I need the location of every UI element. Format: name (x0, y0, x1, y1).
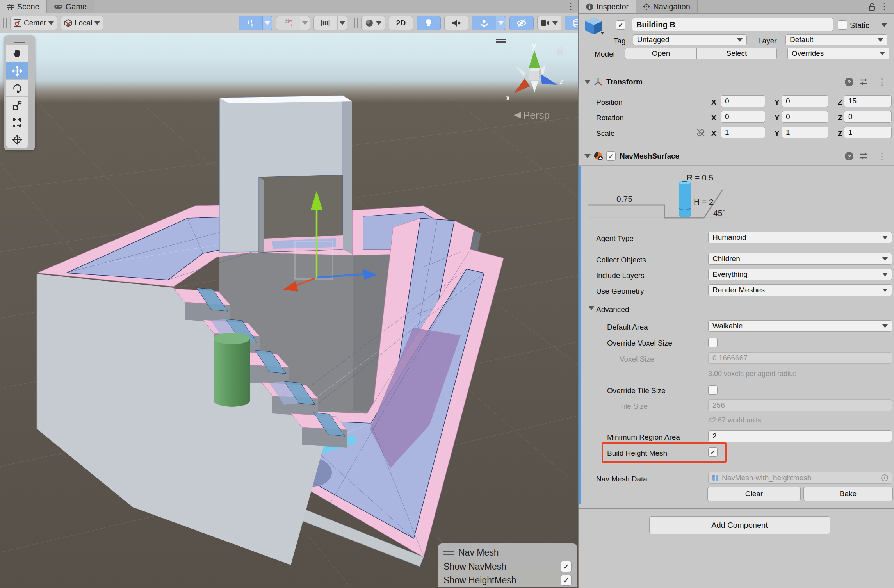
palette-drag-handle[interactable] (6, 37, 33, 44)
min-region-field[interactable]: 2 (708, 430, 892, 442)
tag-dropdown[interactable]: Untagged (633, 34, 747, 45)
agent-diagram: R = 0.5 0.75 H = 2 45° (579, 164, 894, 230)
scale-tool-button[interactable] (6, 97, 28, 114)
tab-scene[interactable]: Scene (0, 0, 47, 13)
rotation-x-field[interactable]: 0 (721, 111, 765, 123)
effects-button[interactable] (472, 16, 496, 30)
agent-type-dropdown[interactable]: Humanoid (708, 232, 892, 243)
transform-header[interactable]: Transform ? ⋮ (579, 73, 894, 91)
inspector-panel: Inspector Navigation ⋮ ✓ Building B Stat… (578, 0, 894, 588)
use-geometry-dropdown[interactable]: Render Meshes (708, 284, 892, 296)
toolbar-drag-handle[interactable] (3, 18, 7, 28)
snap-button[interactable] (276, 16, 300, 30)
default-area-dropdown[interactable]: Walkable (708, 320, 892, 332)
presets-icon[interactable] (860, 78, 868, 86)
nav-mesh-data-field[interactable]: NavMesh-with_heightmesh (708, 472, 892, 484)
hand-icon (12, 49, 22, 59)
toolbar-drag-handle-3[interactable] (354, 18, 358, 28)
help-icon[interactable]: ? (845, 78, 853, 86)
persp-label[interactable]: Persp (523, 109, 550, 121)
2d-label: 2D (396, 19, 406, 27)
rotation-y-field[interactable]: 0 (782, 111, 828, 123)
measure-button[interactable] (313, 16, 338, 30)
tab-inspector[interactable]: Inspector (579, 0, 636, 13)
toolbar-drag-handle-2[interactable] (232, 18, 235, 28)
rotate-tool-button[interactable] (6, 80, 28, 97)
grid-visibility-button[interactable]: Y (239, 16, 263, 30)
tab-navigation[interactable]: Navigation (636, 0, 698, 13)
scene-viewport[interactable]: y x z Persp (0, 33, 578, 588)
scale-x-axis: X (711, 129, 716, 138)
scale-y-field[interactable]: 1 (782, 127, 828, 138)
unity-editor-window: { "scene": { "tabs": {"scene": "Scene", … (0, 0, 894, 588)
snap-dropdown[interactable] (300, 16, 310, 30)
navmesh-enabled-checkbox[interactable]: ✓ (606, 151, 616, 161)
show-heightmesh-label: Show HeightMesh (443, 575, 516, 586)
layer-dropdown[interactable]: Default (785, 34, 887, 45)
navmesh-help-icon[interactable]: ? (845, 152, 853, 160)
pivot-mode-button[interactable]: Center (10, 16, 57, 30)
gameobject-name-field[interactable]: Building B (632, 18, 833, 31)
link-broken-icon[interactable] (696, 128, 705, 137)
transform-foldout-icon[interactable] (584, 80, 591, 84)
static-caret-icon[interactable] (882, 23, 887, 27)
camera-button[interactable] (537, 16, 561, 30)
model-select-button[interactable]: Select (696, 48, 777, 59)
static-checkbox[interactable] (838, 20, 847, 30)
position-y-field[interactable]: 0 (782, 95, 828, 107)
move-icon (12, 66, 23, 77)
transform-kebab-icon[interactable]: ⋮ (874, 76, 889, 88)
build-height-mesh-highlight (602, 442, 727, 463)
rotation-label: Rotation (596, 114, 624, 122)
position-x-field[interactable]: 0 (721, 95, 765, 107)
scale-z-field[interactable]: 1 (844, 127, 892, 138)
navmesh-presets-icon[interactable] (860, 153, 868, 160)
audio-toggle-button[interactable] (444, 16, 468, 30)
visibility-toggle-button[interactable] (509, 16, 534, 30)
navmeshsurface-header[interactable]: ✓ NavMeshSurface ? ⋮ (579, 147, 894, 166)
measure-dropdown[interactable] (338, 16, 347, 30)
scene-menu-kebab[interactable]: ⋮ (563, 1, 578, 12)
draw-mode-button[interactable] (361, 16, 385, 30)
overrides-dropdown[interactable]: Overrides (787, 48, 889, 59)
prefab-cube-icon (584, 16, 604, 37)
navmesh-kebab-icon[interactable]: ⋮ (874, 150, 889, 162)
advanced-foldout-icon[interactable] (588, 306, 595, 310)
move-tool-button[interactable] (6, 62, 28, 80)
navmesh-foldout-icon[interactable] (584, 154, 591, 158)
overlay-drag-handle[interactable] (443, 551, 454, 555)
advanced-label[interactable]: Advanced (596, 305, 629, 314)
transform-tool-button[interactable] (6, 131, 28, 148)
2d-toggle-button[interactable]: 2D (389, 16, 413, 30)
model-open-button[interactable]: Open (625, 48, 697, 59)
scale-icon (12, 100, 22, 110)
position-z-axis: Z (838, 98, 842, 107)
static-label: Static (850, 21, 869, 30)
override-voxel-checkbox[interactable] (708, 338, 718, 347)
collect-objects-dropdown[interactable]: Children (708, 253, 892, 265)
inspector-menu-kebab[interactable]: ⋮ (877, 1, 892, 12)
clear-button[interactable]: Clear (707, 487, 801, 501)
diagram-radius-label: R = 0.5 (687, 173, 713, 182)
scale-x-field[interactable]: 1 (721, 127, 765, 138)
effects-dropdown[interactable] (496, 16, 506, 30)
tab-game[interactable]: Game (47, 0, 94, 13)
audio-muted-icon (452, 19, 461, 27)
hand-tool-button[interactable] (6, 45, 28, 62)
bake-button[interactable]: Bake (803, 487, 893, 501)
lighting-toggle-button[interactable] (417, 16, 441, 30)
include-layers-dropdown[interactable]: Everything (708, 269, 892, 280)
show-heightmesh-checkbox[interactable]: ✓ (561, 575, 572, 586)
show-navmesh-checkbox[interactable]: ✓ (561, 561, 572, 572)
gameobject-active-checkbox[interactable]: ✓ (616, 20, 625, 30)
add-component-button[interactable]: Add Component (649, 516, 830, 534)
unlock-icon[interactable] (869, 3, 875, 11)
diagram-step-label: 0.75 (616, 194, 632, 203)
object-picker-icon[interactable] (881, 474, 889, 482)
orientation-button[interactable]: Local (61, 16, 103, 30)
rect-tool-button[interactable] (6, 114, 28, 131)
override-tile-checkbox[interactable] (708, 385, 718, 395)
rotation-z-field[interactable]: 0 (844, 111, 892, 123)
grid-dropdown[interactable] (263, 16, 272, 30)
position-z-field[interactable]: 15 (844, 95, 892, 107)
